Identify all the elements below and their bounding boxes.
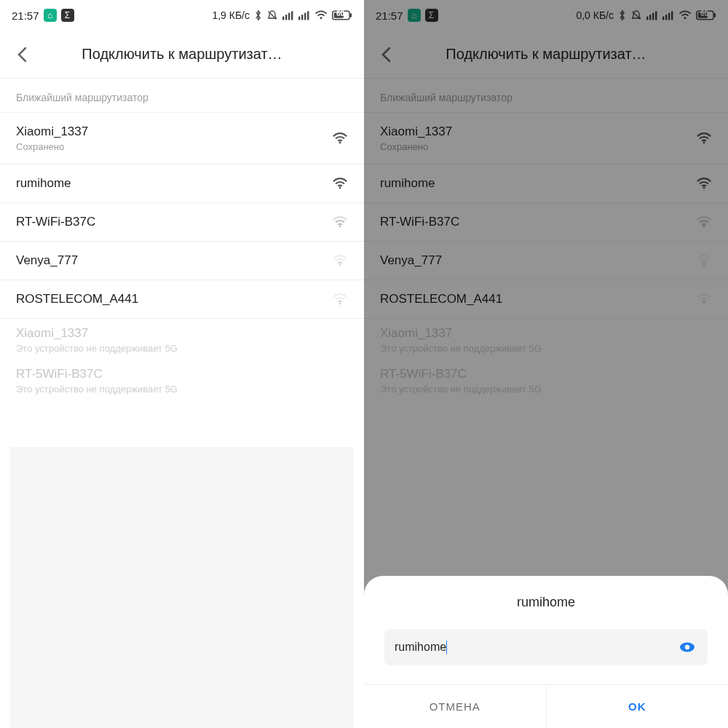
signal-icon	[282, 10, 294, 20]
svg-rect-2	[285, 15, 287, 20]
svg-point-37	[685, 645, 689, 649]
password-dialog: rumihome rumihome ОТМЕНА OK	[364, 576, 728, 728]
wifi-name: ROSTELECOM_A441	[16, 292, 332, 306]
sigma-badge-icon: Σ	[61, 9, 74, 22]
bluetooth-icon	[254, 9, 262, 21]
svg-rect-4	[291, 11, 293, 20]
svg-point-15	[339, 225, 341, 227]
back-button[interactable]	[7, 40, 36, 69]
section-header: Ближайший маршрутизатор	[0, 79, 364, 113]
password-value: rumihome	[395, 641, 446, 654]
svg-rect-7	[304, 13, 306, 20]
wifi-name: RT-5WiFi-B37C	[16, 367, 348, 381]
svg-point-14	[339, 186, 341, 189]
svg-point-17	[339, 302, 341, 304]
wifi-row[interactable]: Xiaomi_1337 Сохранено	[0, 113, 364, 165]
wifi-row[interactable]: rumihome	[0, 165, 364, 203]
data-rate: 1,9 КБ/с	[212, 9, 250, 21]
dialog-buttons: ОТМЕНА OK	[364, 684, 728, 728]
svg-rect-3	[288, 13, 290, 20]
svg-rect-6	[301, 15, 303, 20]
mi-home-badge-icon: ⌂	[44, 9, 57, 22]
svg-rect-1	[282, 17, 284, 20]
cancel-button[interactable]: ОТМЕНА	[364, 685, 547, 728]
wifi-sub: Это устройство не поддерживает 5G	[16, 384, 348, 395]
show-password-icon[interactable]	[677, 637, 697, 657]
svg-point-16	[339, 264, 341, 266]
right-phone: 21:57 ⌂ Σ 0,0 КБ/с 60	[364, 0, 728, 728]
wifi-sub: Сохранено	[16, 141, 332, 152]
wifi-name: rumihome	[16, 176, 332, 191]
wifi-sub: Это устройство не поддерживает 5G	[16, 343, 348, 354]
status-bar: 21:57 ⌂ Σ 1,9 КБ/с 60	[0, 0, 364, 31]
empty-area	[10, 447, 354, 728]
wifi-icon	[332, 132, 348, 145]
wifi-icon	[332, 254, 348, 267]
mute-icon	[266, 9, 278, 21]
wifi-row[interactable]: RT-WiFi-B37C	[0, 203, 364, 242]
svg-rect-11	[350, 13, 352, 17]
clock: 21:57	[12, 9, 39, 22]
wifi-row[interactable]: Venya_777	[0, 242, 364, 280]
wifi-row-disabled: Xiaomi_1337 Это устройство не поддержива…	[0, 319, 364, 360]
svg-rect-8	[307, 11, 309, 20]
app-bar: Подключить к маршрутизат…	[0, 31, 364, 79]
ok-button[interactable]: OK	[547, 685, 729, 728]
svg-point-13	[339, 141, 341, 143]
left-phone: 21:57 ⌂ Σ 1,9 КБ/с 60	[0, 0, 364, 728]
wifi-icon	[332, 293, 348, 306]
password-input-wrap[interactable]: rumihome	[384, 629, 708, 665]
signal-2-icon	[298, 10, 310, 20]
wifi-row-disabled: RT-5WiFi-B37C Это устройство не поддержи…	[0, 360, 364, 400]
page-title: Подключить к маршрутизат…	[36, 46, 357, 63]
battery-icon: 60	[332, 10, 352, 20]
wifi-name: Xiaomi_1337	[16, 124, 332, 139]
wifi-name: Venya_777	[16, 253, 332, 268]
wifi-row[interactable]: ROSTELECOM_A441	[0, 280, 364, 319]
wifi-name: Xiaomi_1337	[16, 326, 348, 341]
wifi-status-icon	[314, 10, 328, 20]
dialog-title: rumihome	[364, 595, 728, 610]
wifi-name: RT-WiFi-B37C	[16, 215, 332, 229]
wifi-icon	[332, 177, 348, 190]
svg-point-9	[320, 17, 323, 19]
svg-rect-5	[298, 17, 300, 20]
wifi-icon	[332, 215, 348, 229]
